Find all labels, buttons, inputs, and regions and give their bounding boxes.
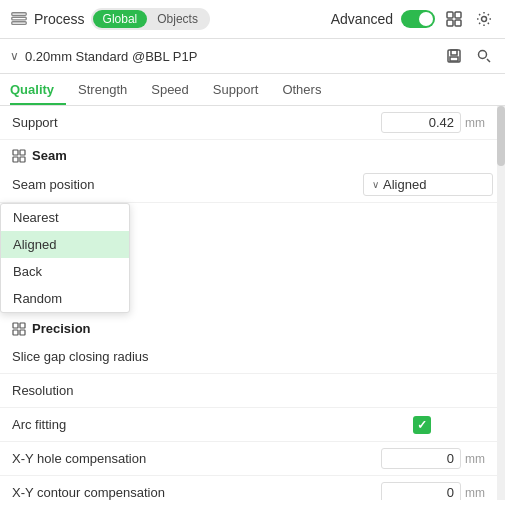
- settings-icon-btn[interactable]: [473, 8, 495, 30]
- seam-dropdown-chevron-icon: ∨: [372, 179, 379, 190]
- tab-strength[interactable]: Strength: [66, 74, 139, 105]
- global-pill[interactable]: Global: [93, 10, 148, 28]
- svg-rect-14: [13, 157, 18, 162]
- svg-rect-0: [12, 13, 26, 16]
- precision-section-label: Precision: [32, 321, 91, 336]
- slice-gap-row: Slice gap closing radius: [0, 340, 505, 374]
- top-bar: Process Global Objects Advanced: [0, 0, 505, 39]
- support-value-input[interactable]: [381, 112, 461, 133]
- svg-rect-13: [20, 150, 25, 155]
- svg-rect-1: [12, 17, 26, 20]
- seam-option-random[interactable]: Random: [1, 285, 129, 312]
- svg-rect-18: [13, 330, 18, 335]
- preset-chevron-icon: ∨: [10, 49, 19, 63]
- svg-rect-5: [447, 20, 453, 26]
- svg-rect-6: [455, 20, 461, 26]
- advanced-toggle[interactable]: [401, 10, 435, 28]
- support-value-group: mm: [381, 112, 493, 133]
- preset-icons: [443, 45, 495, 67]
- top-bar-right: Advanced: [331, 8, 495, 30]
- xy-contour-row: X-Y contour compensation mm: [0, 476, 505, 500]
- objects-pill[interactable]: Objects: [147, 10, 208, 28]
- advanced-label: Advanced: [331, 11, 393, 27]
- svg-rect-17: [20, 323, 25, 328]
- arc-fitting-checkbox[interactable]: [413, 416, 431, 434]
- arc-fitting-row: Arc fitting: [0, 408, 505, 442]
- xy-contour-unit: mm: [465, 486, 493, 500]
- layout-icon-btn[interactable]: [443, 8, 465, 30]
- xy-hole-value-group: mm: [381, 448, 493, 469]
- arc-fitting-checkbox-cell: [413, 416, 493, 434]
- xy-hole-row: X-Y hole compensation mm: [0, 442, 505, 476]
- tab-others[interactable]: Others: [270, 74, 333, 105]
- seam-option-back[interactable]: Back: [1, 258, 129, 285]
- svg-point-11: [479, 51, 487, 59]
- xy-contour-input[interactable]: [381, 482, 461, 500]
- seam-position-label: Seam position: [12, 177, 363, 192]
- tab-support[interactable]: Support: [201, 74, 271, 105]
- tab-speed[interactable]: Speed: [139, 74, 201, 105]
- support-row: Support mm: [0, 106, 505, 140]
- resolution-row: Resolution: [0, 374, 505, 408]
- arc-fitting-value-group: [413, 416, 493, 434]
- seam-dropdown-menu: Nearest Aligned Back Random: [0, 203, 130, 313]
- arc-fitting-label: Arc fitting: [12, 417, 413, 432]
- preset-bar: ∨ 0.20mm Standard @BBL P1P: [0, 39, 505, 74]
- precision-section-header: Precision: [0, 313, 505, 340]
- resolution-label: Resolution: [12, 383, 493, 398]
- top-bar-left: Process Global Objects: [10, 8, 325, 30]
- xy-hole-unit: mm: [465, 452, 493, 466]
- svg-rect-2: [12, 22, 26, 25]
- svg-rect-9: [451, 50, 457, 55]
- seam-option-aligned[interactable]: Aligned: [1, 231, 129, 258]
- seam-icon: [12, 149, 26, 163]
- support-unit: mm: [465, 116, 493, 130]
- save-preset-button[interactable]: [443, 45, 465, 67]
- scrollbar-thumb[interactable]: [497, 106, 505, 166]
- slice-gap-label: Slice gap closing radius: [12, 349, 493, 364]
- xy-hole-label: X-Y hole compensation: [12, 451, 381, 466]
- support-label: Support: [12, 115, 381, 130]
- seam-section-label: Seam: [32, 148, 67, 163]
- svg-rect-3: [447, 12, 453, 18]
- seam-position-container: Seam position ∨ Aligned Nearest Aligned …: [0, 167, 505, 203]
- seam-dropdown-wrapper: ∨ Aligned: [363, 173, 493, 196]
- seam-position-row: Seam position ∨ Aligned: [0, 167, 505, 203]
- preset-name: 0.20mm Standard @BBL P1P: [25, 49, 437, 64]
- process-icon: [10, 10, 28, 28]
- seam-dropdown-value: Aligned: [383, 177, 426, 192]
- svg-rect-15: [20, 157, 25, 162]
- svg-rect-10: [450, 57, 458, 61]
- content-area: Support mm Seam Seam position ∨ Aligned: [0, 106, 505, 500]
- svg-rect-12: [13, 150, 18, 155]
- seam-option-nearest[interactable]: Nearest: [1, 204, 129, 231]
- xy-hole-input[interactable]: [381, 448, 461, 469]
- xy-contour-label: X-Y contour compensation: [12, 485, 381, 500]
- svg-rect-19: [20, 330, 25, 335]
- search-preset-button[interactable]: [473, 45, 495, 67]
- seam-dropdown-button[interactable]: ∨ Aligned: [363, 173, 493, 196]
- svg-point-7: [482, 17, 487, 22]
- svg-rect-16: [13, 323, 18, 328]
- svg-rect-4: [455, 12, 461, 18]
- process-label: Process: [34, 11, 85, 27]
- view-toggle[interactable]: Global Objects: [91, 8, 210, 30]
- tab-quality[interactable]: Quality: [10, 74, 66, 105]
- precision-icon: [12, 322, 26, 336]
- tabs: Quality Strength Speed Support Others: [0, 74, 505, 106]
- scrollbar[interactable]: [497, 106, 505, 500]
- seam-section-header: Seam: [0, 140, 505, 167]
- xy-contour-value-group: mm: [381, 482, 493, 500]
